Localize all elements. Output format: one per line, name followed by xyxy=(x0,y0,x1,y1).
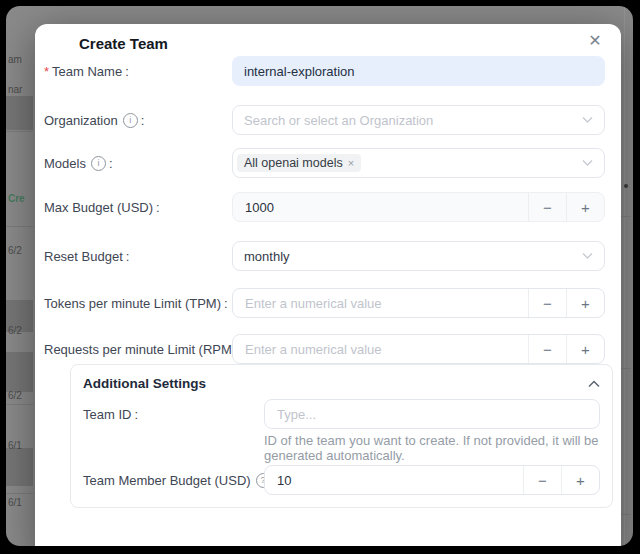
team-name-label: * Team Name : xyxy=(44,64,232,79)
minus-icon[interactable]: − xyxy=(528,193,566,221)
team-member-budget-stepper: − + xyxy=(264,465,600,495)
model-tag: All openai models × xyxy=(237,154,361,172)
minus-icon[interactable]: − xyxy=(523,466,561,494)
team-id-input[interactable] xyxy=(264,399,600,429)
rpm-row: Requests per minute Limit (RPM) : − + xyxy=(44,334,605,364)
reset-budget-select[interactable]: monthly xyxy=(232,241,605,271)
max-budget-row: Max Budget (USD) : − + xyxy=(44,192,605,222)
background-date-fragment: 6/2 xyxy=(8,390,22,401)
plus-icon[interactable]: + xyxy=(566,335,604,363)
team-name-row: * Team Name : xyxy=(44,56,605,86)
reset-budget-label: Reset Budget : xyxy=(44,249,232,264)
required-asterisk: * xyxy=(44,64,49,79)
rpm-input[interactable] xyxy=(233,335,528,363)
team-name-input[interactable] xyxy=(232,56,605,86)
create-team-modal: Create Team ✕ * Team Name : Organization… xyxy=(35,24,621,546)
reset-budget-row: Reset Budget : monthly xyxy=(44,241,605,271)
max-budget-stepper: − + xyxy=(232,192,605,222)
background-table-line xyxy=(6,493,33,494)
max-budget-label: Max Budget (USD) : xyxy=(44,200,232,215)
rpm-label: Requests per minute Limit (RPM) : xyxy=(44,342,232,357)
team-member-budget-row: Team Member Budget (USD) ? : − + xyxy=(83,465,600,495)
background-text-fragment: Cre xyxy=(8,193,25,204)
background-table-band xyxy=(6,352,33,392)
team-id-row: Team ID : xyxy=(83,399,600,429)
info-icon: i xyxy=(123,113,138,128)
additional-settings-title: Additional Settings xyxy=(83,377,206,391)
background-table-band xyxy=(6,96,33,130)
background-date-fragment: 6/2 xyxy=(8,245,22,256)
team-member-budget-input[interactable] xyxy=(265,466,523,494)
team-id-help-text: ID of the team you want to create. If no… xyxy=(264,433,600,463)
background-table-edge xyxy=(624,6,625,546)
background-table-band xyxy=(6,448,33,486)
models-row: Models i : All openai models × xyxy=(44,148,605,178)
info-icon: i xyxy=(91,156,106,171)
dimmed-page-overlay: am nar Cre 6/2 6/2 6/2 6/1 6/1 Create Te… xyxy=(6,6,633,546)
modal-title: Create Team xyxy=(79,36,605,52)
chevron-down-icon xyxy=(582,253,593,260)
additional-settings-card: Additional Settings Team ID : ID of the … xyxy=(70,364,613,508)
background-date-fragment: 6/1 xyxy=(8,440,22,451)
chevron-up-icon[interactable] xyxy=(588,380,600,388)
background-dot xyxy=(624,184,628,188)
background-table-line xyxy=(6,226,33,227)
background-table-line xyxy=(6,404,33,405)
models-label: Models i : xyxy=(44,156,232,171)
background-text-fragment: am xyxy=(8,54,22,65)
team-member-budget-label: Team Member Budget (USD) ? : xyxy=(83,473,264,488)
tpm-label: Tokens per minute Limit (TPM) : xyxy=(44,296,232,311)
organization-select[interactable]: Search or select an Organization xyxy=(232,105,605,135)
additional-settings-header[interactable]: Additional Settings xyxy=(83,377,600,391)
background-date-fragment: 6/2 xyxy=(8,325,22,336)
minus-icon[interactable]: − xyxy=(528,289,566,317)
tpm-row: Tokens per minute Limit (TPM) : − + xyxy=(44,288,605,318)
rpm-stepper: − + xyxy=(232,334,605,364)
plus-icon[interactable]: + xyxy=(561,466,599,494)
max-budget-input[interactable] xyxy=(233,193,528,221)
models-select[interactable]: All openai models × xyxy=(232,148,605,178)
plus-icon[interactable]: + xyxy=(566,193,604,221)
background-table-line xyxy=(6,131,33,132)
chevron-down-icon xyxy=(582,160,593,167)
team-id-label: Team ID : xyxy=(83,407,264,422)
background-table-line xyxy=(621,368,631,369)
tpm-stepper: − + xyxy=(232,288,605,318)
plus-icon[interactable]: + xyxy=(566,289,604,317)
close-icon[interactable]: ✕ xyxy=(583,28,607,52)
organization-row: Organization i : Search or select an Org… xyxy=(44,105,605,135)
remove-tag-icon[interactable]: × xyxy=(348,157,354,169)
tpm-input[interactable] xyxy=(233,289,528,317)
background-table-line xyxy=(621,514,631,515)
chevron-down-icon xyxy=(582,117,593,124)
background-date-fragment: 6/1 xyxy=(8,497,22,508)
minus-icon[interactable]: − xyxy=(528,335,566,363)
background-table-line xyxy=(621,216,631,217)
background-text-fragment: nar xyxy=(8,84,22,95)
organization-label: Organization i : xyxy=(44,113,232,128)
